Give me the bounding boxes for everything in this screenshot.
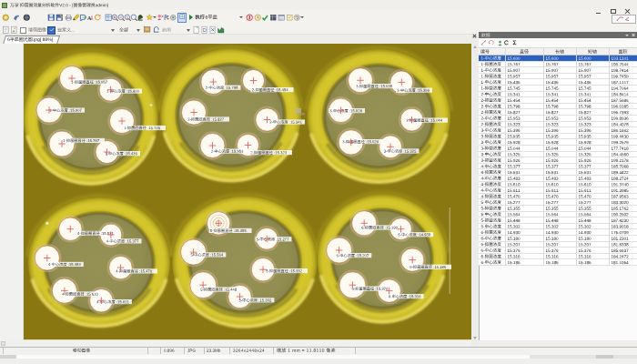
svg-text:1: 1 <box>126 15 127 19</box>
svg-text:D: D <box>203 27 207 33</box>
svg-text:A: A <box>86 14 91 20</box>
